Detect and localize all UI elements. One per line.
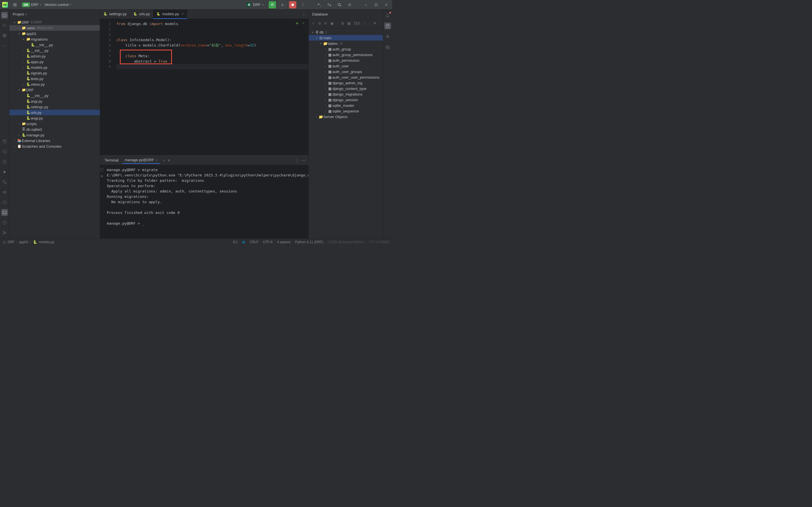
indent[interactable]: 4 spaces [277,240,291,244]
ai-assistant-button[interactable] [384,33,391,40]
close-window-button[interactable] [383,1,390,8]
db-table[interactable]: ›▦django_content_type [309,86,383,91]
run-config-selector[interactable]: dj DRF ▾ [244,2,266,8]
db-table[interactable]: ›▦django_session [309,97,383,103]
tree-item[interactable]: 🐍__init__.py [9,42,100,48]
tree-item-manage[interactable]: ›🐍manage.py [9,132,100,138]
tree-item-scripts[interactable]: ›📁scripts [9,121,100,126]
interpreter[interactable]: Python 3.11 (DRF) [295,240,323,244]
ddl-button[interactable]: DDL [354,21,361,25]
tree-item[interactable]: 🐍__init__.py [9,93,100,98]
rerun-button[interactable] [269,1,276,8]
terminal-tool-button[interactable] [1,209,8,216]
db-table[interactable]: ›▦auth_group [309,46,383,52]
vcs-tool-button[interactable] [1,229,8,236]
tree-item-migrations[interactable]: ▾📁migrations [9,36,100,42]
tree-item-dbfile[interactable]: 🗄db.sqlite3 [9,126,100,132]
tree-item-extlib[interactable]: ›📚External Libraries [9,138,100,144]
encoding[interactable]: UTF-8 [263,240,273,244]
tabs-actions-button[interactable]: ⋮ [302,12,309,16]
tree-item-drf[interactable]: ▾📁DRF [9,87,100,93]
debug-button[interactable] [279,1,286,8]
tab-urls[interactable]: 🐍urls.py [130,10,153,19]
tree-item[interactable]: 🐍wsgi.py [9,115,100,121]
more-actions-button[interactable]: ⋮ [299,1,307,8]
stop-button[interactable]: ▣ [330,21,333,25]
cursor-position[interactable]: 9:1 [233,240,238,244]
jump-to-query-button[interactable]: ⊞ [341,21,344,25]
tree-item[interactable]: ›🐍views.py [9,81,100,87]
more-tool-button[interactable]: ⋯ [1,42,8,49]
close-icon[interactable]: × [182,12,184,16]
duplicate-button[interactable]: ⧉ [318,21,321,25]
python-console-button[interactable] [1,148,8,155]
close-session-icon[interactable]: ✕ [100,174,104,178]
view-options-button[interactable]: 👁 [373,21,377,25]
run-tool-button[interactable] [1,169,8,175]
terminal-tab[interactable]: manage.py@DRF× [122,157,160,164]
code-with-me-button[interactable] [316,1,323,8]
terminal-title[interactable]: Terminal [103,158,120,162]
hide-terminal-button[interactable]: — [302,158,306,162]
tree-item[interactable]: 🐍admin.py [9,53,100,59]
project-tree[interactable]: ▾📁DRFE:\DRF ›📁.venvlibrary root ▾📁app01 … [9,19,100,238]
minimize-button[interactable] [362,1,370,8]
tree-item[interactable]: 🐍asgi.py [9,98,100,104]
notifications-button[interactable] [384,12,391,18]
scisuite-button[interactable] [384,44,391,51]
database-strip-button[interactable] [384,22,391,29]
table-view-button[interactable]: ▦ [347,21,350,25]
database-panel-header[interactable]: Database [309,10,383,19]
db-table[interactable]: ›▦auth_user [309,63,383,69]
tree-item-app01[interactable]: ▾📁app01 [9,31,100,36]
tree-item-urls[interactable]: 🐍urls.py [9,110,100,115]
db-table[interactable]: ›▦django_migrations [309,91,383,97]
db-table[interactable]: ›▦auth_user_user_permissions [309,74,383,80]
add-datasource-button[interactable]: ＋ [312,21,315,26]
project-selector[interactable]: DR DRF ▾ [22,3,41,7]
stop-button[interactable] [289,1,296,8]
tab-settings[interactable]: 🐍settings.py [100,10,130,19]
stop-process-icon[interactable]: ▢ [100,167,104,171]
code-editor[interactable]: 123 456 789 from django.db import models… [100,19,309,155]
db-table[interactable]: ›▦django_admin_log [309,80,383,86]
db-table[interactable]: ›▦auth_permission [309,57,383,63]
services-tool-button[interactable] [1,189,8,195]
db-table[interactable]: ›▦auth_user_groups [309,69,383,74]
tree-item[interactable]: 🐍tests.py [9,76,100,81]
tree-item[interactable]: 🐍signals.py [9,70,100,76]
tree-item[interactable]: ›🐍models.py [9,64,100,70]
translate-button[interactable] [326,1,333,8]
tree-item[interactable]: ›🐍apps.py [9,59,100,64]
terminal-dropdown-button[interactable]: ▾ [168,158,170,162]
tree-item-scratches[interactable]: ›📋Scratches and Consoles [9,144,100,149]
todo-tool-button[interactable] [1,158,8,165]
new-terminal-button[interactable]: ＋ [162,158,166,163]
line-separator[interactable]: CRLF [250,240,258,244]
database-tool-icon[interactable] [1,138,8,145]
memory-indicator[interactable]: 777 of 2990M [369,240,389,244]
project-panel-header[interactable]: Project ▾ [9,10,100,19]
breadcrumb[interactable]: ▢ DRF› app01› 🐍models.py [3,240,54,244]
tree-item-venv[interactable]: ›📁.venvlibrary root [9,25,100,31]
main-menu-button[interactable] [11,1,18,8]
endpoints-tool-button[interactable] [1,199,8,206]
windows-icon[interactable]: ⊞ [242,240,245,244]
db-schema-main[interactable]: ▾⊟main [309,35,383,41]
maximize-button[interactable] [372,1,380,8]
project-tool-button[interactable] [1,12,8,18]
close-icon[interactable]: × [156,158,157,162]
tree-item[interactable]: 🐍settings.py [9,104,100,110]
db-table[interactable]: ›▦sqlite_sequence [309,108,383,114]
problems-tool-button[interactable] [1,219,8,226]
code-content[interactable]: from django.db import models class Info(… [114,19,309,155]
db-table[interactable]: ›▦sqlite_master [309,103,383,108]
structure-tool-button[interactable] [1,22,8,29]
db-table[interactable]: ›▦auth_group_permissions [309,52,383,57]
search-button[interactable] [336,1,343,8]
tab-models[interactable]: 🐍models.py× [153,10,187,19]
collapse-button[interactable]: ↕ [364,21,366,25]
python-packages-button[interactable] [1,179,8,185]
settings-button[interactable] [346,1,353,8]
tree-item[interactable]: ›🐍__init__.py [9,48,100,53]
